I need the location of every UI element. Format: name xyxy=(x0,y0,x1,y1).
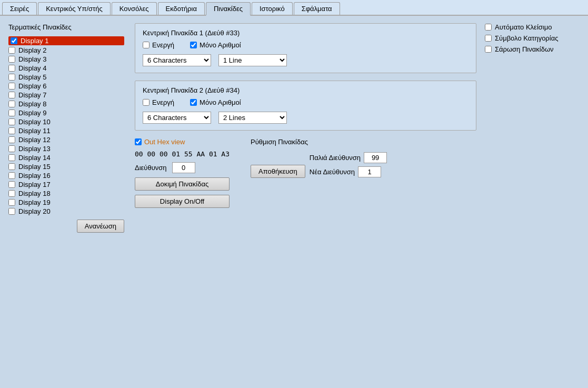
tab-Σφάλματα[interactable]: Σφάλματα xyxy=(294,2,340,15)
display-checkbox-16[interactable] xyxy=(8,172,15,179)
address-row: Διεύθυνση xyxy=(135,162,230,173)
display-label-12: Display 12 xyxy=(18,136,51,144)
panel-settings: Ρύθμιση Πινακίδας Αποθήκευση Παλιά Διεύθ… xyxy=(251,138,387,178)
hex-section: Out Hex view 00 00 00 01 55 AA 01 A3 Διε… xyxy=(135,138,230,208)
display-checkbox-13[interactable] xyxy=(8,145,15,152)
panel-settings-title: Ρύθμιση Πινακίδας xyxy=(251,138,387,146)
old-new-addrs: Παλιά Διεύθυνση Νέα Διεύθυνση xyxy=(310,152,387,177)
old-addr-row: Παλιά Διεύθυνση xyxy=(310,152,387,163)
tab-Κονσόλες[interactable]: Κονσόλες xyxy=(112,2,157,15)
central1-active-label[interactable]: Ενεργή xyxy=(143,41,174,49)
central2-active-checkbox[interactable] xyxy=(143,99,150,106)
display-checkbox-6[interactable] xyxy=(8,83,15,89)
new-addr-input[interactable] xyxy=(358,166,381,177)
display-item-14[interactable]: Display 14 xyxy=(8,154,124,162)
action-buttons: Δοκιμή Πινακίδας Display On/Off xyxy=(135,177,230,208)
symbol-category-checkbox[interactable] xyxy=(485,35,492,42)
tab-Πινακίδες[interactable]: Πινακίδες xyxy=(206,2,251,16)
display-onoff-button[interactable]: Display On/Off xyxy=(135,195,230,208)
display-label-11: Display 11 xyxy=(18,127,51,135)
display-checkbox-10[interactable] xyxy=(8,118,15,125)
display-checkbox-3[interactable] xyxy=(8,56,15,63)
main-content: Τερματικές Πινακίδες Display 1Display 2D… xyxy=(0,16,588,385)
display-item-20[interactable]: Display 20 xyxy=(8,207,124,215)
tab-Εκδοτήρια[interactable]: Εκδοτήρια xyxy=(158,2,205,15)
central-box-2-checkboxes: Ενεργή Μόνο Αριθμοί xyxy=(143,98,469,106)
scan-panels-label[interactable]: Σάρωση Πινακίδων xyxy=(485,45,580,53)
central1-lines-select[interactable]: 1 Line2 Lines3 Lines xyxy=(218,54,287,66)
display-checkbox-17[interactable] xyxy=(8,181,15,188)
display-label-19: Display 19 xyxy=(18,198,51,206)
display-item-10[interactable]: Display 10 xyxy=(8,118,124,126)
address-input[interactable] xyxy=(172,162,195,173)
refresh-button[interactable]: Ανανέωση xyxy=(77,220,124,233)
display-item-3[interactable]: Display 3 xyxy=(8,55,124,63)
central2-numbers-label[interactable]: Μόνο Αριθμοί xyxy=(190,98,241,106)
central2-active-label[interactable]: Ενεργή xyxy=(143,98,174,106)
central1-characters-select[interactable]: 6 Characters7 Characters8 Characters10 C… xyxy=(143,54,211,66)
display-checkbox-20[interactable] xyxy=(8,208,15,215)
central2-numbers-checkbox[interactable] xyxy=(190,99,197,106)
display-checkbox-18[interactable] xyxy=(8,190,15,197)
display-checkbox-7[interactable] xyxy=(8,92,15,98)
display-item-15[interactable]: Display 15 xyxy=(8,163,124,171)
top-right: Κεντρική Πινακίδα 1 (Διεύθ #33) Ενεργή Μ… xyxy=(135,23,580,131)
central-panels: Κεντρική Πινακίδα 1 (Διεύθ #33) Ενεργή Μ… xyxy=(135,23,476,131)
display-item-17[interactable]: Display 17 xyxy=(8,181,124,188)
display-checkbox-14[interactable] xyxy=(8,154,15,161)
display-checkbox-9[interactable] xyxy=(8,110,15,116)
display-checkbox-1[interactable] xyxy=(11,37,17,44)
save-button[interactable]: Αποθήκευση xyxy=(251,165,305,178)
display-item-16[interactable]: Display 16 xyxy=(8,172,124,180)
display-item-11[interactable]: Display 11 xyxy=(8,127,124,135)
display-item-7[interactable]: Display 7 xyxy=(8,91,124,99)
central1-active-checkbox[interactable] xyxy=(143,42,150,48)
display-checkbox-15[interactable] xyxy=(8,163,15,170)
display-checkbox-2[interactable] xyxy=(8,47,15,54)
display-item-1[interactable]: Display 1 xyxy=(8,36,124,45)
display-item-8[interactable]: Display 8 xyxy=(8,100,124,108)
display-checkbox-12[interactable] xyxy=(8,136,15,143)
display-item-6[interactable]: Display 6 xyxy=(8,82,124,90)
display-item-19[interactable]: Display 19 xyxy=(8,198,124,206)
auto-close-label[interactable]: Αυτόματο Κλείσιμο xyxy=(485,23,580,31)
display-label-17: Display 17 xyxy=(18,181,51,188)
symbol-category-label[interactable]: Σύμβολο Κατηγορίας xyxy=(485,34,580,42)
display-checkbox-11[interactable] xyxy=(8,127,15,134)
central1-numbers-checkbox[interactable] xyxy=(190,42,197,48)
old-addr-input[interactable] xyxy=(364,152,387,163)
display-label-9: Display 9 xyxy=(18,109,46,117)
central-box-2-selects: 6 Characters7 Characters8 Characters10 C… xyxy=(143,112,469,124)
display-checkbox-5[interactable] xyxy=(8,74,15,81)
auto-close-checkbox[interactable] xyxy=(485,24,492,31)
hex-view-label[interactable]: Out Hex view xyxy=(135,138,230,146)
display-list: Display 1Display 2Display 3Display 4Disp… xyxy=(8,36,124,215)
display-item-4[interactable]: Display 4 xyxy=(8,64,124,72)
display-label-2: Display 2 xyxy=(18,46,46,54)
display-item-5[interactable]: Display 5 xyxy=(8,73,124,81)
display-label-15: Display 15 xyxy=(18,163,51,171)
display-label-1: Display 1 xyxy=(21,37,48,45)
hex-view-checkbox[interactable] xyxy=(135,138,142,145)
display-label-20: Display 20 xyxy=(18,207,51,215)
tab-Κεντρικός-Υπ/στής[interactable]: Κεντρικός Υπ/στής xyxy=(38,2,111,15)
scan-panels-checkbox[interactable] xyxy=(485,46,492,53)
central-box-1-checkboxes: Ενεργή Μόνο Αριθμοί xyxy=(143,41,469,49)
display-checkbox-4[interactable] xyxy=(8,65,15,72)
tab-Σειρές[interactable]: Σειρές xyxy=(2,2,37,15)
display-item-18[interactable]: Display 18 xyxy=(8,190,124,197)
display-checkbox-19[interactable] xyxy=(8,199,15,206)
central-box-1: Κεντρική Πινακίδα 1 (Διεύθ #33) Ενεργή Μ… xyxy=(135,23,476,73)
central1-numbers-label[interactable]: Μόνο Αριθμοί xyxy=(190,41,241,49)
display-item-12[interactable]: Display 12 xyxy=(8,136,124,144)
central2-lines-select[interactable]: 1 Line2 Lines3 Lines xyxy=(218,112,287,124)
tab-Ιστορικό[interactable]: Ιστορικό xyxy=(252,2,293,15)
left-panel: Τερματικές Πινακίδες Display 1Display 2D… xyxy=(8,23,124,377)
display-checkbox-8[interactable] xyxy=(8,101,15,107)
central2-characters-select[interactable]: 6 Characters7 Characters8 Characters10 C… xyxy=(143,112,211,124)
test-panel-button[interactable]: Δοκιμή Πινακίδας xyxy=(135,177,230,191)
display-item-9[interactable]: Display 9 xyxy=(8,109,124,117)
display-item-13[interactable]: Display 13 xyxy=(8,145,124,153)
display-item-2[interactable]: Display 2 xyxy=(8,46,124,54)
options-panel: Αυτόματο Κλείσιμο Σύμβολο Κατηγορίας Σάρ… xyxy=(485,23,580,131)
